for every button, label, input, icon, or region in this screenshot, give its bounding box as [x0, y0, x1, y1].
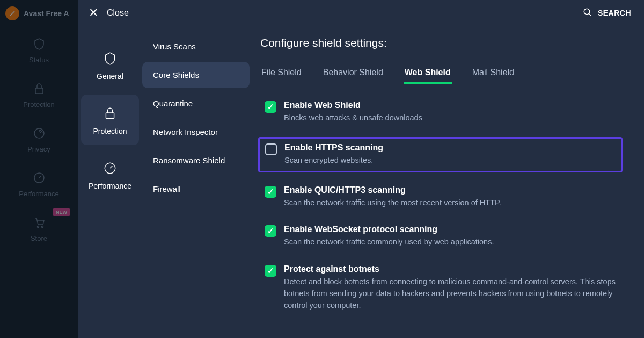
check-icon: ✓	[267, 187, 274, 197]
setting-enable-quic-http3: ✓ Enable QUIC/HTTP3 scanning Scan the ne…	[260, 182, 623, 212]
settings-submenu: Virus Scans Core Shields Quarantine Netw…	[142, 0, 250, 338]
close-button[interactable]: ✕ Close	[89, 6, 129, 20]
setting-enable-web-shield: ✓ Enable Web Shield Blocks web attacks &…	[260, 97, 623, 127]
overlay-topbar: ✕ Close SEARCH	[78, 0, 644, 26]
tab-behavior-shield[interactable]: Behavior Shield	[322, 62, 384, 84]
checkbox-protect-botnets[interactable]: ✓	[265, 265, 276, 277]
svg-rect-6	[106, 113, 114, 119]
shield-icon	[32, 37, 47, 52]
new-badge: NEW	[53, 208, 70, 216]
svg-point-5	[584, 9, 590, 15]
setting-enable-websocket: ✓ Enable WebSocket protocol scanning Sca…	[260, 221, 623, 251]
submenu-core-shields[interactable]: Core Shields	[142, 62, 250, 88]
check-icon: ✓	[267, 102, 274, 112]
shield-icon	[102, 51, 118, 67]
rail-store[interactable]: NEW Store	[0, 205, 78, 250]
lock-icon	[32, 81, 47, 96]
tab-mail-shield[interactable]: Mail Shield	[471, 62, 515, 84]
search-icon	[583, 8, 592, 19]
app-logo: Avast Free A	[0, 0, 78, 27]
checkbox-enable-web-shield[interactable]: ✓	[265, 101, 276, 113]
svg-rect-0	[35, 88, 43, 94]
content-title: Configure shield settings:	[260, 37, 623, 49]
tab-web-shield[interactable]: Web Shield	[404, 62, 452, 84]
submenu-firewall[interactable]: Firewall	[142, 176, 250, 202]
rail-status[interactable]: Status	[0, 27, 78, 71]
submenu-network-inspector[interactable]: Network Inspector	[142, 119, 250, 145]
lock-icon	[102, 105, 118, 121]
tab-file-shield[interactable]: File Shield	[260, 62, 303, 84]
search-button[interactable]: SEARCH	[583, 8, 631, 19]
checkbox-enable-https-scanning[interactable]	[265, 143, 277, 155]
rail-protection[interactable]: Protection	[0, 71, 78, 116]
cart-icon	[32, 215, 47, 230]
settings-overlay: ✕ Close SEARCH General Protection	[78, 0, 644, 338]
check-icon: ✓	[267, 226, 274, 236]
rail-privacy[interactable]: Privacy	[0, 116, 78, 161]
category-performance[interactable]: Performance	[81, 149, 139, 200]
main-nav-rail: Avast Free A Status Protection Privacy P…	[0, 0, 78, 338]
category-protection[interactable]: Protection	[81, 95, 139, 145]
close-icon: ✕	[89, 6, 98, 20]
settings-content: Configure shield settings: File Shield B…	[250, 0, 644, 338]
submenu-virus-scans[interactable]: Virus Scans	[142, 33, 250, 60]
svg-point-4	[41, 226, 43, 228]
setting-enable-https-scanning: Enable HTTPS scanning Scan encrypted web…	[258, 137, 623, 172]
gauge-icon	[32, 170, 47, 185]
submenu-ransomware-shield[interactable]: Ransomware Shield	[142, 147, 250, 174]
checkbox-enable-quic-http3[interactable]: ✓	[265, 186, 276, 198]
submenu-quarantine[interactable]: Quarantine	[142, 90, 250, 117]
app-title: Avast Free A	[24, 9, 69, 18]
settings-categories: General Protection Performance	[78, 0, 142, 338]
svg-point-3	[37, 226, 39, 228]
category-general[interactable]: General	[81, 40, 139, 90]
rail-performance[interactable]: Performance	[0, 161, 78, 205]
fingerprint-icon	[32, 126, 47, 141]
avast-logo-icon	[5, 6, 19, 20]
check-icon: ✓	[267, 266, 274, 276]
gauge-icon	[102, 160, 118, 176]
shield-tabs: File Shield Behavior Shield Web Shield M…	[260, 62, 623, 84]
setting-protect-botnets: ✓ Protect against botnets Detect and blo…	[260, 261, 623, 314]
checkbox-enable-websocket[interactable]: ✓	[265, 225, 276, 237]
